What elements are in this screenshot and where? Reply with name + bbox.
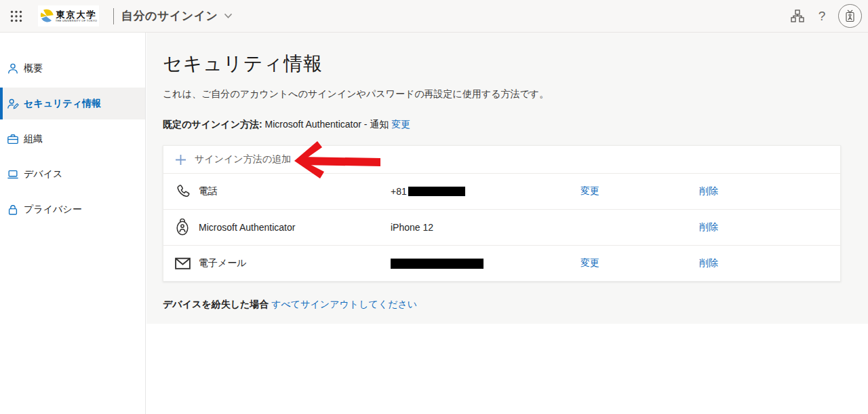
- switch-organization-button[interactable]: [785, 0, 810, 33]
- email-icon: [174, 257, 199, 270]
- app-title: 自分のサインイン: [121, 8, 218, 24]
- id-badge-avatar-icon: [844, 10, 856, 22]
- redacted-email-address: [391, 259, 484, 269]
- method-value: [391, 259, 580, 269]
- page-description: これは、ご自分のアカウントへのサインインやパスワードの再設定に使用する方法です。: [163, 88, 868, 100]
- top-bar: 東京大学 THE UNIVERSITY OF TOKYO 自分のサインイン ?: [0, 0, 868, 33]
- sidebar-item-devices[interactable]: デバイス: [0, 158, 145, 190]
- laptop-icon: [7, 168, 19, 181]
- sidebar-item-label: デバイス: [24, 168, 62, 181]
- logo-subtext: THE UNIVERSITY OF TOKYO: [56, 20, 98, 22]
- phone-icon: [174, 183, 199, 200]
- page-title: セキュリティ情報: [163, 51, 868, 77]
- method-row-authenticator: Microsoft Authenticator iPhone 12 削除: [163, 209, 840, 245]
- person-edit-icon: [7, 98, 19, 110]
- topbar-divider: [113, 8, 114, 24]
- phone-prefix: +81: [391, 186, 407, 197]
- default-signin-method-line: 既定のサインイン方法: Microsoft Authenticator - 通知…: [163, 119, 868, 131]
- chevron-down-icon: [224, 13, 233, 19]
- org-chart-icon: [791, 10, 804, 22]
- ginkgo-leaf-icon: [40, 8, 54, 24]
- add-method-label: サインイン方法の追加: [195, 153, 291, 166]
- lost-device-line: デバイスを紛失した場合 すべてサインアウトしてください: [163, 299, 868, 311]
- sidebar-item-label: 概要: [24, 62, 43, 75]
- change-phone-link[interactable]: 変更: [580, 185, 599, 196]
- account-avatar-button[interactable]: [834, 0, 865, 33]
- app-title-menu[interactable]: 自分のサインイン: [121, 8, 233, 24]
- method-row-email: 電子メール 変更 削除: [163, 245, 840, 281]
- logo-text-block: 東京大学 THE UNIVERSITY OF TOKYO: [56, 10, 98, 22]
- app-launcher-button[interactable]: [0, 0, 33, 33]
- delete-phone-link[interactable]: 削除: [699, 185, 718, 196]
- briefcase-icon: [7, 133, 19, 145]
- sign-out-everywhere-link[interactable]: すべてサインアウトしてください: [271, 299, 417, 309]
- sidebar-item-overview[interactable]: 概要: [0, 52, 145, 84]
- change-email-link[interactable]: 変更: [580, 257, 599, 268]
- sidebar-item-organizations[interactable]: 組織: [0, 123, 145, 155]
- avatar: [838, 4, 862, 28]
- delete-authenticator-link[interactable]: 削除: [699, 221, 718, 232]
- question-mark-icon: ?: [818, 9, 826, 24]
- university-logo[interactable]: 東京大学 THE UNIVERSITY OF TOKYO: [38, 5, 99, 26]
- redacted-phone-number: [408, 187, 465, 196]
- sidebar-item-label: セキュリティ情報: [24, 98, 101, 110]
- person-icon: [7, 62, 19, 75]
- help-button[interactable]: ?: [810, 0, 834, 33]
- default-method-value: Microsoft Authenticator - 通知: [265, 119, 389, 130]
- method-label: Microsoft Authenticator: [199, 222, 391, 233]
- sidebar: 概要 セキュリティ情報 組織 デバイス: [0, 33, 146, 414]
- main-content: セキュリティ情報 これは、ご自分のアカウントへのサインインやパスワードの再設定に…: [146, 33, 868, 414]
- security-info-panel: セキュリティ情報 これは、ご自分のアカウントへのサインインやパスワードの再設定に…: [146, 33, 868, 324]
- method-row-phone: 電話 +81 変更 削除: [163, 173, 840, 209]
- change-default-method-link[interactable]: 変更: [391, 119, 410, 130]
- add-sign-in-method-button[interactable]: サインイン方法の追加: [163, 146, 840, 173]
- lock-icon: [7, 204, 19, 216]
- sidebar-item-label: プライバシー: [24, 204, 82, 216]
- lost-device-label: デバイスを紛失した場合: [163, 299, 269, 309]
- authenticator-icon: [174, 219, 199, 236]
- waffle-icon: [10, 10, 22, 22]
- method-label: 電子メール: [199, 257, 391, 269]
- plus-icon: [175, 154, 186, 166]
- sidebar-item-security-info[interactable]: セキュリティ情報: [0, 88, 145, 119]
- sidebar-item-label: 組織: [24, 133, 43, 145]
- default-method-label: 既定のサインイン方法:: [163, 119, 262, 130]
- sign-in-methods-table: サインイン方法の追加 電話 +81 変更 削除: [163, 145, 841, 282]
- method-label: 電話: [199, 185, 391, 197]
- method-value: iPhone 12: [391, 222, 580, 233]
- sidebar-item-privacy[interactable]: プライバシー: [0, 193, 145, 225]
- delete-email-link[interactable]: 削除: [699, 257, 718, 268]
- method-value: +81: [391, 186, 580, 197]
- logo-kanji-text: 東京大学: [56, 10, 96, 19]
